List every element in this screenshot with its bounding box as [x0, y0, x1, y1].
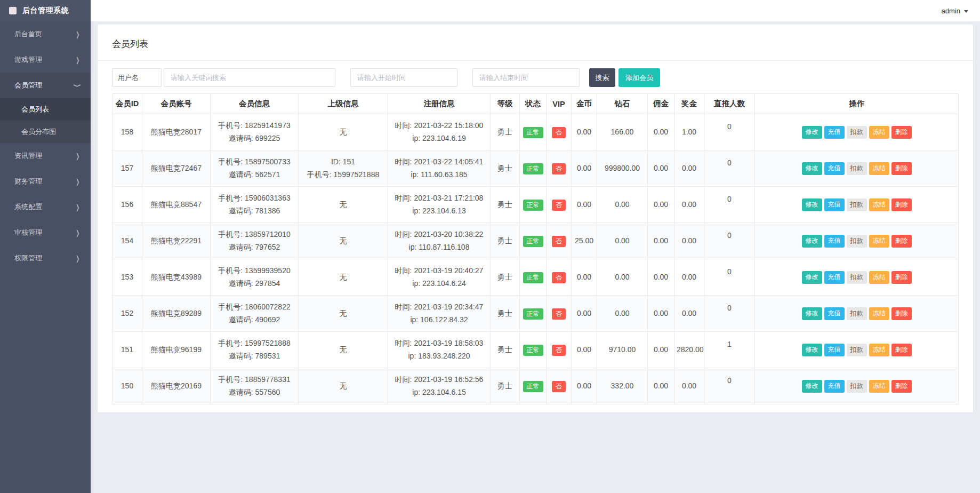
- cell-line: ip: 106.122.84.32: [390, 314, 488, 326]
- deduct-button[interactable]: 扣款: [847, 235, 867, 248]
- cell-referrals: 0: [704, 187, 755, 223]
- sidebar: 后台管理系统 后台首页❯游戏管理❯会员管理❯会员列表会员分布图资讯管理❯财务管理…: [0, 0, 91, 493]
- sidebar-item-label: 财务管理: [14, 177, 42, 186]
- column-header: 注册信息: [388, 94, 491, 114]
- sidebar-item-资讯管理[interactable]: 资讯管理❯: [0, 143, 91, 169]
- modify-button[interactable]: 修改: [802, 198, 822, 211]
- add-member-button[interactable]: 添加会员: [618, 68, 660, 87]
- modify-button[interactable]: 修改: [802, 162, 822, 175]
- freeze-button[interactable]: 冻结: [869, 380, 889, 393]
- cell-register-info: 时间: 2021-03-19 16:52:56ip: 223.104.6.15: [388, 368, 491, 404]
- keyword-input[interactable]: [164, 68, 335, 87]
- sidebar-item-游戏管理[interactable]: 游戏管理❯: [0, 47, 91, 73]
- sidebar-item-财务管理[interactable]: 财务管理❯: [0, 169, 91, 194]
- cell-commission: 0.00: [648, 114, 674, 150]
- freeze-button[interactable]: 冻结: [869, 307, 889, 320]
- sidebar-item-后台首页[interactable]: 后台首页❯: [0, 21, 91, 47]
- cell-member-info: 手机号: 18259141973邀请码: 699225: [211, 114, 299, 150]
- column-header: 金币: [572, 94, 597, 114]
- recharge-button[interactable]: 充值: [824, 307, 845, 320]
- cell-actions: 修改充值扣款冻结删除: [755, 332, 959, 368]
- logo-square-icon: [9, 7, 17, 14]
- delete-button[interactable]: 删除: [891, 235, 912, 248]
- sidebar-item-系统配置[interactable]: 系统配置❯: [0, 194, 91, 220]
- column-header: 会员ID: [113, 94, 142, 114]
- delete-button[interactable]: 删除: [891, 198, 912, 211]
- recharge-button[interactable]: 充值: [824, 380, 845, 393]
- deduct-button[interactable]: 扣款: [847, 344, 867, 356]
- column-header: VIP: [547, 94, 572, 114]
- sidebar-subitem-会员列表[interactable]: 会员列表: [0, 98, 91, 121]
- sidebar-item-label: 权限管理: [14, 253, 42, 263]
- cell-commission: 0.00: [648, 223, 674, 259]
- cell-line: 无: [301, 235, 385, 247]
- sidebar-item-label: 游戏管理: [14, 55, 42, 65]
- cell-line: 无: [301, 307, 385, 320]
- main-area: admin 会员列表 用户名 搜索 添加会员: [91, 0, 980, 493]
- table-row: 158熊猫电竞28017手机号: 18259141973邀请码: 699225无…: [113, 114, 959, 150]
- modify-button[interactable]: 修改: [802, 235, 822, 248]
- recharge-button[interactable]: 充值: [824, 126, 845, 139]
- start-time-input[interactable]: [350, 68, 457, 87]
- cell-line: 时间: 2021-03-20 10:38:22: [390, 228, 488, 241]
- delete-button[interactable]: 删除: [891, 126, 912, 139]
- end-time-input[interactable]: [472, 68, 580, 87]
- freeze-button[interactable]: 冻结: [869, 344, 889, 356]
- user-menu[interactable]: admin: [942, 7, 968, 15]
- recharge-button[interactable]: 充值: [824, 162, 845, 175]
- cell-parent-info: 无: [299, 259, 388, 296]
- deduct-button[interactable]: 扣款: [847, 162, 867, 175]
- sidebar-item-label: 审核管理: [14, 228, 42, 237]
- modify-button[interactable]: 修改: [802, 344, 822, 356]
- sidebar-item-权限管理[interactable]: 权限管理❯: [0, 245, 91, 271]
- sidebar-subitem-会员分布图[interactable]: 会员分布图: [0, 121, 91, 143]
- status-badge: 正常: [523, 308, 543, 320]
- deduct-button[interactable]: 扣款: [847, 198, 867, 211]
- cell-vip: 否: [547, 296, 572, 332]
- freeze-button[interactable]: 冻结: [869, 162, 889, 175]
- freeze-button[interactable]: 冻结: [869, 271, 889, 284]
- recharge-button[interactable]: 充值: [824, 198, 845, 211]
- search-button[interactable]: 搜索: [589, 68, 615, 87]
- modify-button[interactable]: 修改: [802, 307, 822, 320]
- cell-line: 手机号: 13599939520: [213, 265, 296, 277]
- modify-button[interactable]: 修改: [802, 380, 822, 393]
- delete-button[interactable]: 删除: [891, 307, 912, 320]
- cell-line: 无: [301, 271, 385, 283]
- recharge-button[interactable]: 充值: [824, 235, 845, 248]
- freeze-button[interactable]: 冻结: [869, 126, 889, 139]
- cell-status: 正常: [520, 150, 547, 187]
- delete-button[interactable]: 删除: [891, 271, 912, 284]
- sidebar-item-审核管理[interactable]: 审核管理❯: [0, 220, 91, 245]
- cell-member-account: 熊猫电竞96199: [142, 332, 211, 368]
- modify-button[interactable]: 修改: [802, 126, 822, 139]
- cell-line: ip: 223.104.6.13: [390, 205, 488, 217]
- freeze-button[interactable]: 冻结: [869, 235, 889, 248]
- deduct-button[interactable]: 扣款: [847, 307, 867, 320]
- recharge-button[interactable]: 充值: [824, 344, 845, 356]
- vip-badge: 否: [552, 163, 566, 175]
- chevron-right-icon: ❯: [76, 177, 79, 186]
- search-field-select[interactable]: 用户名: [112, 68, 162, 87]
- deduct-button[interactable]: 扣款: [847, 126, 867, 139]
- cell-register-info: 时间: 2021-03-19 18:58:03ip: 183.93.248.22…: [388, 332, 491, 368]
- cell-gold: 0.00: [572, 187, 597, 223]
- cell-register-info: 时间: 2021-03-19 20:40:27ip: 223.104.6.24: [388, 259, 491, 296]
- cell-referrals: 0: [704, 223, 755, 259]
- cell-actions: 修改充值扣款冻结删除: [755, 150, 959, 187]
- modify-button[interactable]: 修改: [802, 271, 822, 284]
- recharge-button[interactable]: 充值: [824, 271, 845, 284]
- freeze-button[interactable]: 冻结: [869, 198, 889, 211]
- deduct-button[interactable]: 扣款: [847, 380, 867, 393]
- delete-button[interactable]: 删除: [891, 162, 912, 175]
- sidebar-item-会员管理[interactable]: 会员管理❯: [0, 73, 91, 98]
- delete-button[interactable]: 删除: [891, 380, 912, 393]
- table-row: 151熊猫电竞96199手机号: 15997521888邀请码: 789531无…: [113, 332, 959, 368]
- cell-line: 邀请码: 557560: [213, 386, 296, 399]
- table-row: 157熊猫电竞72467手机号: 15897500733邀请码: 562571I…: [113, 150, 959, 187]
- deduct-button[interactable]: 扣款: [847, 271, 867, 284]
- cell-status: 正常: [520, 223, 547, 259]
- delete-button[interactable]: 删除: [891, 344, 912, 356]
- cell-parent-info: 无: [299, 332, 388, 368]
- cell-member-account: 熊猫电竞43989: [142, 259, 211, 296]
